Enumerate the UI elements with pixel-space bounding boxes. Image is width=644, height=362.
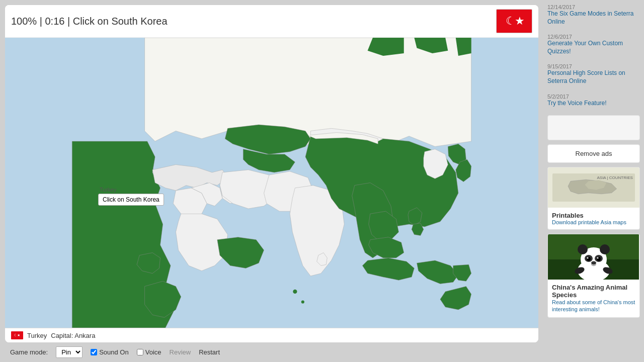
voice-control[interactable]: Voice xyxy=(137,348,162,356)
news-title-3[interactable]: Personal High Score Lists on Seterra Onl… xyxy=(547,69,640,85)
printables-content: Printables Download printable Asia maps xyxy=(548,208,639,229)
panda-content: China's Amazing Animal Species Read abou… xyxy=(548,280,639,317)
restart-link[interactable]: Restart xyxy=(199,348,220,356)
printables-title: Printables xyxy=(552,212,635,219)
review-link[interactable]: Review xyxy=(170,348,191,356)
news-item-2: 12/6/2017 Generate Your Own Custom Quizz… xyxy=(547,34,640,55)
svg-point-1 xyxy=(293,290,297,294)
game-mode-select[interactable]: Pin xyxy=(56,346,83,358)
printables-box[interactable]: ASIA | COUNTRIES Printables Download pri… xyxy=(547,167,640,230)
footer-capital: Capital: Ankara xyxy=(51,332,95,339)
panda-desc[interactable]: Read about some of China's most interest… xyxy=(552,299,635,313)
map-status: 100% | 0:16 | Click on South Korea xyxy=(11,16,168,27)
svg-point-2 xyxy=(301,300,304,303)
main-content: 100% | 0:16 | Click on South Korea ☾ ★ xyxy=(0,0,543,362)
sound-on-control[interactable]: Sound On xyxy=(91,348,129,356)
sound-on-label: Sound On xyxy=(99,348,129,356)
news-item-4: 5/2/2017 Try the Voice Feature! xyxy=(547,94,640,108)
map-header: 100% | 0:16 | Click on South Korea ☾ ★ xyxy=(5,5,538,38)
map-container: 100% | 0:16 | Click on South Korea ☾ ★ xyxy=(5,5,538,342)
turkey-flag: ☾ ★ xyxy=(496,9,532,33)
panda-image xyxy=(548,234,639,280)
news-date-3: 9/15/2017 xyxy=(547,63,640,69)
svg-point-15 xyxy=(587,257,589,259)
news-item-1: 12/14/2017 The Six Game Modes in Seterra… xyxy=(547,4,640,26)
news-title-2[interactable]: Generate Your Own Custom Quizzes! xyxy=(547,40,640,55)
svg-point-10 xyxy=(600,244,610,254)
news-date-2: 12/6/2017 xyxy=(547,34,640,40)
voice-label: Voice xyxy=(145,348,162,356)
footer-country: Turkey xyxy=(27,332,47,339)
remove-ads-box: Remove ads xyxy=(547,144,640,163)
printables-image: ASIA | COUNTRIES xyxy=(548,167,639,208)
printables-map-label: ASIA | COUNTRIES xyxy=(597,175,632,180)
news-title-4[interactable]: Try the Voice Feature! xyxy=(547,100,640,108)
news-item-3: 9/15/2017 Personal High Score Lists on S… xyxy=(547,63,640,85)
voice-checkbox[interactable] xyxy=(137,349,143,355)
printables-desc[interactable]: Download printable Asia maps xyxy=(552,219,635,225)
panda-title: China's Amazing Animal Species xyxy=(552,284,635,299)
ad-box xyxy=(547,115,640,140)
map-area[interactable]: Turkey Click on South Korea xyxy=(5,38,538,328)
map-svg[interactable] xyxy=(5,38,538,328)
sidebar: 12/14/2017 The Six Game Modes in Seterra… xyxy=(543,0,644,362)
panda-box[interactable]: China's Amazing Animal Species Read abou… xyxy=(547,234,640,318)
svg-point-9 xyxy=(578,244,588,254)
svg-point-17 xyxy=(591,261,596,265)
remove-ads-button[interactable]: Remove ads xyxy=(576,150,612,157)
news-date-1: 12/14/2017 xyxy=(547,4,640,10)
game-mode-label: Game mode: xyxy=(10,348,48,356)
sound-on-checkbox[interactable] xyxy=(91,349,97,355)
printables-map-preview: ASIA | COUNTRIES xyxy=(552,173,635,202)
crescent-icon: ☾ ★ xyxy=(506,15,523,28)
news-date-4: 5/2/2017 xyxy=(547,94,640,100)
map-footer: ☾★ Turkey Capital: Ankara xyxy=(5,328,538,342)
footer-flag: ☾★ xyxy=(11,331,23,339)
svg-point-16 xyxy=(597,257,599,259)
controls-bar: Game mode: Pin Sound On Voice Review Res… xyxy=(5,342,538,362)
news-title-1[interactable]: The Six Game Modes in Seterra Online xyxy=(547,10,640,26)
